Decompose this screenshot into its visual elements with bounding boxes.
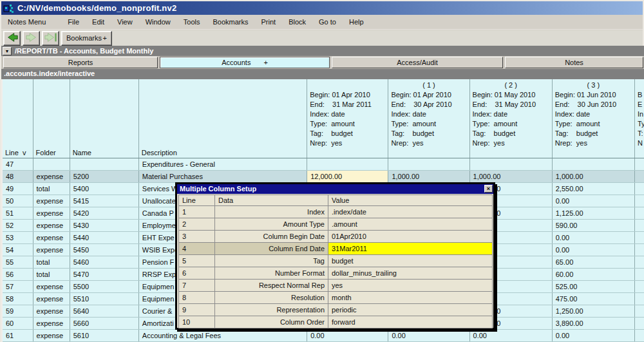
cell-value[interactable] bbox=[634, 182, 644, 195]
cell-name[interactable]: 5460 bbox=[70, 256, 138, 268]
cell-value[interactable]: 1,250.00 bbox=[552, 305, 634, 317]
cell-value[interactable] bbox=[552, 158, 634, 170]
setup-field-value[interactable]: dollar_minus_trailing bbox=[328, 267, 493, 280]
cell-name[interactable]: 5510 bbox=[70, 292, 138, 305]
menu-goto[interactable]: Go to bbox=[312, 16, 343, 28]
cell-value[interactable] bbox=[469, 158, 552, 170]
setup-field-value[interactable]: periodic bbox=[328, 304, 493, 316]
tab-reports[interactable]: Reports bbox=[3, 57, 158, 68]
cell-value[interactable]: 2,550.00 bbox=[552, 182, 634, 195]
forward-end-button[interactable] bbox=[42, 31, 59, 46]
cell-folder[interactable] bbox=[33, 158, 70, 170]
cell-desc[interactable]: Material Purchases bbox=[138, 170, 307, 182]
cell-line[interactable]: 47 bbox=[3, 158, 33, 170]
menu-block[interactable]: Block bbox=[282, 16, 312, 28]
cell-name[interactable]: 5415 bbox=[70, 195, 138, 207]
forward-button[interactable] bbox=[23, 31, 40, 46]
cell-folder[interactable]: expense bbox=[33, 195, 70, 207]
setup-field-value[interactable]: budget bbox=[328, 255, 493, 267]
cell-value[interactable]: 1,000.00 bbox=[469, 170, 552, 182]
cell-value[interactable] bbox=[634, 268, 644, 280]
cell-folder[interactable]: total bbox=[33, 268, 70, 280]
close-button[interactable]: × bbox=[484, 185, 493, 193]
back-button[interactable] bbox=[3, 31, 21, 46]
col-header-name[interactable]: Name bbox=[70, 79, 138, 158]
menu-window[interactable]: Window bbox=[139, 16, 177, 28]
setup-field-value[interactable]: yes bbox=[328, 280, 493, 292]
cell-value[interactable] bbox=[634, 170, 644, 182]
cell-line[interactable]: 60 bbox=[3, 317, 33, 329]
cell-line[interactable]: 51 bbox=[3, 207, 33, 219]
cell-value[interactable]: 0.00 bbox=[307, 329, 388, 341]
cell-value[interactable] bbox=[634, 280, 644, 292]
cell-value[interactable]: 1,000.00 bbox=[552, 170, 634, 182]
cell-line[interactable]: 50 bbox=[3, 195, 33, 207]
col-header-budget-3[interactable]: ( 3 ) Begin: 01 Jun 2010 End: 30 Jun 201… bbox=[552, 79, 634, 158]
cell-line[interactable]: 55 bbox=[3, 256, 33, 268]
menu-file[interactable]: File bbox=[61, 16, 86, 28]
report-dropdown-button[interactable]: ▼ bbox=[3, 47, 12, 55]
cell-name[interactable]: 5450 bbox=[70, 243, 138, 256]
cell-value[interactable]: 60.00 bbox=[552, 268, 634, 280]
col-header-budget-4-clipped[interactable]: B E In Ty T: N bbox=[634, 79, 644, 158]
setup-field-value[interactable]: forward bbox=[328, 316, 493, 328]
cell-folder[interactable]: expense bbox=[33, 292, 70, 305]
tab-access-audit[interactable]: Access/Audit bbox=[332, 57, 503, 68]
setup-field-value[interactable]: .amount bbox=[328, 218, 493, 231]
cell-line[interactable]: 61 bbox=[3, 329, 33, 341]
col-header-budget-2[interactable]: ( 2 ) Begin: 01 May 2010 End: 31 May 201… bbox=[469, 79, 552, 158]
cell-name[interactable]: 5500 bbox=[70, 280, 138, 292]
cell-line[interactable]: 57 bbox=[3, 280, 33, 292]
setup-row[interactable]: 2 Amount Type .amount bbox=[179, 218, 493, 231]
cell-line[interactable]: 58 bbox=[3, 292, 33, 305]
menu-notes-menu[interactable]: Notes Menu bbox=[1, 16, 52, 28]
cell-name[interactable]: 5640 bbox=[70, 305, 138, 317]
cell-value[interactable]: 0.00 bbox=[552, 195, 634, 207]
setup-field-value[interactable]: .index/date bbox=[328, 206, 493, 218]
col-header-folder[interactable]: Folder bbox=[33, 79, 70, 158]
cell-folder[interactable]: expense bbox=[33, 207, 70, 219]
cell-name[interactable]: 5440 bbox=[70, 231, 138, 243]
cell-value[interactable] bbox=[634, 219, 644, 231]
cell-folder[interactable]: total bbox=[33, 182, 70, 195]
table-row-selected[interactable]: 48 expense 5200 Material Purchases 12,00… bbox=[3, 170, 644, 182]
cell-folder[interactable]: expense bbox=[33, 243, 70, 256]
setup-field-value[interactable]: month bbox=[328, 292, 493, 304]
cell-value[interactable]: 0.00 bbox=[552, 329, 634, 341]
cell-value[interactable]: 0.00 bbox=[552, 231, 634, 243]
cell-name[interactable]: 5610 bbox=[70, 329, 138, 341]
cell-value-current[interactable]: 12,000.00 bbox=[307, 170, 388, 182]
setup-row[interactable]: 6 Number Format dollar_minus_trailing bbox=[179, 267, 493, 280]
cell-desc[interactable]: Accounting & Legal Fees bbox=[138, 329, 307, 341]
cell-name[interactable]: 5660 bbox=[70, 317, 138, 329]
cell-value[interactable]: 475.00 bbox=[552, 292, 634, 305]
dialog-title-bar[interactable]: Multiple Column Setup × bbox=[177, 184, 493, 194]
cell-line[interactable]: 56 bbox=[3, 268, 33, 280]
cell-folder[interactable]: expense bbox=[33, 317, 70, 329]
cell-line[interactable]: 49 bbox=[3, 182, 33, 195]
cell-value[interactable]: 3,890.00 bbox=[552, 317, 634, 329]
cell-value[interactable] bbox=[634, 292, 644, 305]
cell-name[interactable]: 5200 bbox=[70, 170, 138, 182]
cell-value[interactable]: 65.00 bbox=[552, 256, 634, 268]
cell-name[interactable]: 5400 bbox=[70, 182, 138, 195]
cell-line[interactable]: 52 bbox=[3, 219, 33, 231]
menu-bookmarks[interactable]: Bookmarks bbox=[206, 16, 254, 28]
cell-value[interactable]: 590.00 bbox=[552, 219, 634, 231]
setup-field-value[interactable]: 01Apr2010 bbox=[328, 231, 493, 243]
cell-value[interactable]: 1,125.00 bbox=[552, 207, 634, 219]
setup-row[interactable]: 9 Representation periodic bbox=[179, 304, 493, 316]
cell-value[interactable]: 1,000.00 bbox=[388, 170, 469, 182]
table-row[interactable]: 61 expense 5610 Accounting & Legal Fees … bbox=[3, 329, 644, 341]
cell-line[interactable]: 54 bbox=[3, 243, 33, 256]
setup-row[interactable]: 7 Respect Normal Rep yes bbox=[179, 280, 493, 292]
title-bar[interactable]: C:/NV/demobooks/demo_nonprofit.nv2 bbox=[1, 1, 643, 15]
bookmarks-button[interactable]: Bookmarks + bbox=[61, 31, 112, 46]
cell-folder[interactable]: expense bbox=[33, 280, 70, 292]
menu-edit[interactable]: Edit bbox=[86, 16, 111, 28]
cell-line[interactable]: 48 bbox=[3, 170, 33, 182]
cell-name[interactable]: 5470 bbox=[70, 268, 138, 280]
cell-name[interactable]: 5420 bbox=[70, 207, 138, 219]
cell-value[interactable] bbox=[634, 317, 644, 329]
menu-print[interactable]: Print bbox=[255, 16, 283, 28]
